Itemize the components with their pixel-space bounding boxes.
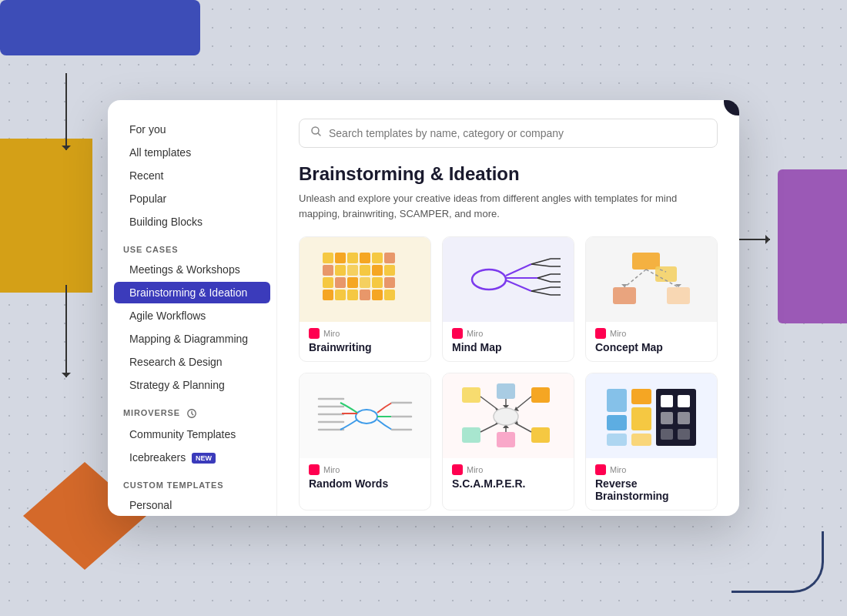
thumb-reversebrainstorm bbox=[586, 373, 717, 458]
svg-rect-11 bbox=[360, 265, 370, 276]
svg-marker-49 bbox=[621, 284, 628, 287]
sidebar-item-community-templates[interactable]: Community Templates bbox=[114, 424, 270, 445]
svg-point-78 bbox=[494, 408, 518, 425]
modal-overlay: × For you All templates Recent Popular B… bbox=[0, 0, 847, 616]
template-card-randomwords[interactable]: Miro Random Words bbox=[299, 373, 431, 511]
svg-rect-16 bbox=[347, 277, 358, 288]
svg-line-27 bbox=[506, 264, 531, 276]
template-grid: Miro Brainwriting bbox=[299, 236, 718, 511]
provider-mindmap: Miro bbox=[452, 328, 564, 339]
svg-rect-4 bbox=[347, 253, 358, 263]
svg-rect-15 bbox=[335, 277, 346, 288]
svg-rect-45 bbox=[655, 266, 677, 282]
svg-rect-44 bbox=[667, 287, 690, 304]
svg-line-33 bbox=[537, 278, 551, 282]
card-info-mindmap: Miro Mind Map bbox=[443, 322, 574, 361]
sidebar: For you All templates Recent Popular Bui… bbox=[108, 100, 277, 516]
sidebar-item-strategy-planning[interactable]: Strategy & Planning bbox=[114, 374, 270, 396]
svg-line-32 bbox=[537, 274, 551, 278]
svg-line-76 bbox=[514, 423, 531, 432]
svg-rect-8 bbox=[323, 265, 333, 276]
sidebar-item-building-blocks[interactable]: Building Blocks bbox=[114, 211, 270, 233]
sidebar-item-research-design[interactable]: Research & Design bbox=[114, 351, 270, 373]
template-card-scamper[interactable]: Miro S.C.A.M.P.E.R. bbox=[442, 373, 574, 511]
content-description: Unleash and explore your creative ideas … bbox=[299, 191, 684, 221]
svg-rect-82 bbox=[631, 389, 651, 404]
svg-line-66 bbox=[480, 397, 499, 410]
miro-icon-5 bbox=[452, 464, 463, 475]
svg-rect-20 bbox=[323, 290, 333, 300]
sidebar-item-agile-workflows[interactable]: Agile Workflows bbox=[114, 305, 270, 326]
card-name-conceptmap: Concept Map bbox=[595, 341, 708, 353]
miroverse-icon bbox=[186, 408, 197, 419]
svg-rect-17 bbox=[360, 277, 370, 288]
card-info-reversebrainstorming: Miro Reverse Brainstorming bbox=[586, 458, 717, 510]
sidebar-item-meetings-workshops[interactable]: Meetings & Workshops bbox=[114, 259, 270, 280]
svg-line-46 bbox=[624, 270, 646, 287]
svg-rect-42 bbox=[632, 253, 660, 270]
custom-templates-label: CUSTOM TEMPLATES bbox=[108, 470, 276, 494]
template-card-brainwriting[interactable]: Miro Brainwriting bbox=[299, 236, 431, 362]
svg-rect-61 bbox=[497, 383, 515, 399]
search-input[interactable] bbox=[329, 127, 706, 139]
svg-rect-5 bbox=[360, 253, 370, 263]
template-card-reversebrainstorming[interactable]: Miro Reverse Brainstorming bbox=[585, 373, 718, 511]
svg-rect-3 bbox=[335, 253, 346, 263]
new-badge: NEW bbox=[192, 453, 216, 464]
sidebar-item-icebreakers[interactable]: Icebreakers NEW bbox=[114, 447, 270, 468]
svg-point-26 bbox=[472, 270, 506, 290]
provider-conceptmap: Miro bbox=[595, 328, 708, 339]
svg-rect-24 bbox=[372, 290, 383, 300]
svg-rect-60 bbox=[462, 387, 480, 403]
content-title: Brainstorming & Ideation bbox=[299, 163, 718, 185]
card-info-randomwords: Miro Random Words bbox=[300, 458, 430, 497]
sidebar-item-recent[interactable]: Recent bbox=[114, 165, 270, 186]
sidebar-item-personal[interactable]: Personal bbox=[114, 494, 270, 516]
sidebar-item-for-you[interactable]: For you bbox=[114, 119, 270, 140]
svg-line-31 bbox=[531, 264, 551, 266]
svg-rect-91 bbox=[678, 429, 690, 440]
template-modal: × For you All templates Recent Popular B… bbox=[108, 100, 739, 516]
thumb-scamper bbox=[443, 373, 574, 458]
svg-rect-2 bbox=[323, 253, 333, 263]
svg-rect-83 bbox=[631, 407, 651, 430]
card-name-mindmap: Mind Map bbox=[452, 341, 564, 353]
template-card-conceptmap[interactable]: Miro Concept Map bbox=[585, 236, 718, 362]
card-info-scamper: Miro S.C.A.M.P.E.R. bbox=[443, 458, 574, 497]
template-card-mindmap[interactable]: Miro Mind Map bbox=[442, 236, 574, 362]
svg-rect-23 bbox=[360, 290, 370, 300]
card-name-brainwriting: Brainwriting bbox=[309, 341, 421, 353]
svg-line-72 bbox=[480, 423, 499, 432]
provider-scamper: Miro bbox=[452, 464, 564, 475]
sidebar-item-brainstorming[interactable]: Brainstorming & Ideation bbox=[114, 282, 270, 303]
svg-rect-9 bbox=[335, 265, 346, 276]
svg-point-56 bbox=[356, 410, 377, 424]
miro-icon-3 bbox=[595, 328, 606, 339]
svg-rect-90 bbox=[661, 429, 673, 440]
svg-rect-43 bbox=[613, 287, 636, 304]
svg-rect-25 bbox=[384, 290, 395, 300]
svg-rect-7 bbox=[384, 253, 395, 263]
miro-icon-2 bbox=[452, 328, 463, 339]
main-content: Brainstorming & Ideation Unleash and exp… bbox=[277, 100, 739, 516]
miro-icon bbox=[309, 328, 320, 339]
svg-rect-81 bbox=[607, 434, 627, 446]
sidebar-item-mapping-diagramming[interactable]: Mapping & Diagramming bbox=[114, 328, 270, 350]
svg-line-35 bbox=[531, 291, 551, 295]
svg-rect-19 bbox=[384, 277, 395, 288]
provider-brainwriting: Miro bbox=[309, 328, 421, 339]
card-name-randomwords: Random Words bbox=[309, 477, 421, 490]
svg-rect-14 bbox=[323, 277, 333, 288]
svg-rect-79 bbox=[607, 389, 627, 412]
thumb-brainwriting bbox=[300, 237, 430, 322]
card-info-brainwriting: Miro Brainwriting bbox=[300, 322, 430, 361]
sidebar-item-all-templates[interactable]: All templates bbox=[114, 142, 270, 163]
sidebar-item-popular[interactable]: Popular bbox=[114, 188, 270, 209]
svg-rect-86 bbox=[661, 395, 673, 407]
svg-rect-84 bbox=[631, 434, 651, 446]
svg-rect-80 bbox=[607, 415, 627, 430]
svg-line-34 bbox=[531, 287, 551, 291]
svg-rect-10 bbox=[347, 265, 358, 276]
card-info-conceptmap: Miro Concept Map bbox=[586, 322, 717, 361]
svg-rect-63 bbox=[462, 427, 480, 443]
